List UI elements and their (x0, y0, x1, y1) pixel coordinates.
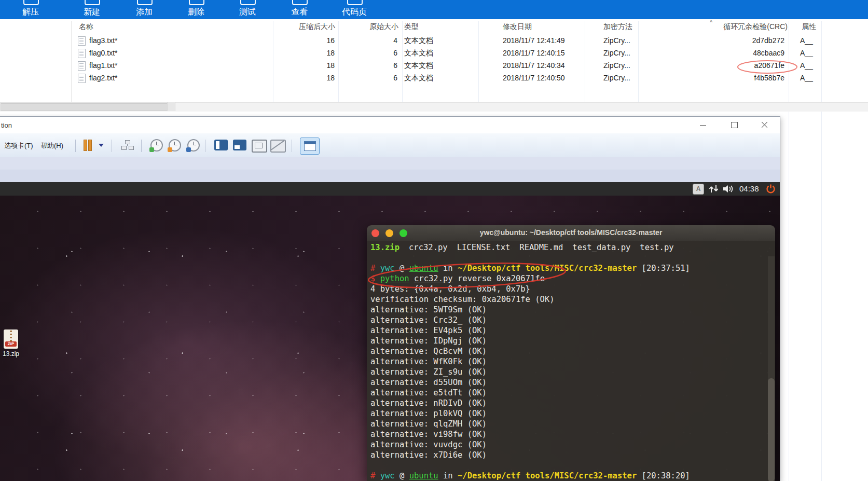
command-line: $ python crc32.py reverse 0xa20671fe (370, 273, 775, 284)
delete-button[interactable]: 删除 (171, 0, 221, 19)
text-file-icon (78, 61, 86, 71)
attributes: A__ (800, 72, 813, 84)
original-size: 4 (353, 34, 397, 47)
zip-badge: ZIP (5, 341, 17, 347)
archiver-hscrollbar-thumb[interactable] (1, 103, 168, 111)
minimize-button[interactable] (691, 117, 715, 133)
header-name[interactable]: 名称 (79, 22, 93, 34)
header-crc[interactable]: 循环冗余检验(CRC) (706, 22, 788, 34)
new-archive-icon (85, 0, 100, 5)
revert-snapshot-icon[interactable] (169, 139, 181, 152)
close-button[interactable] (752, 117, 776, 133)
show-library-icon[interactable] (214, 140, 228, 150)
file-row-flag1[interactable]: flag1.txt* 18 6 文本文档 2018/11/7 12:40:34 … (0, 59, 868, 72)
suspend-dropdown-caret[interactable] (99, 144, 104, 147)
packed-size: 18 (280, 59, 335, 72)
packed-size: 18 (280, 72, 335, 84)
original-size: 6 (353, 47, 397, 59)
file-name: flag0.txt* (89, 47, 117, 59)
packed-size: 16 (280, 34, 335, 47)
network-arrows-icon[interactable] (709, 185, 719, 193)
screenshot-root: 解压 新建 添加 删除 测试 查看 (0, 0, 868, 481)
header-packed-size[interactable]: 压缩后大小 (270, 22, 335, 34)
alt-line: alternative: nRDIvD (OK) (370, 398, 775, 408)
new-archive-button[interactable]: 新建 (67, 0, 117, 19)
alt-line: alternative: pl0kVQ (OK) (370, 408, 775, 419)
file-row-flag0[interactable]: flag0.txt* 18 6 文本文档 2018/11/7 12:40:15 … (0, 47, 868, 59)
snapshot-manager-icon[interactable] (187, 139, 200, 152)
attributes: A__ (800, 47, 813, 59)
unity-mode-icon[interactable] (270, 140, 286, 153)
volume-icon[interactable] (723, 185, 735, 193)
terminal-title: ywc@ubuntu: ~/Desktop/ctf tools/MISC/crc… (367, 228, 775, 237)
devices-icon[interactable] (121, 140, 134, 150)
maximize-button[interactable] (722, 117, 746, 133)
output-bytes: 4 bytes: {0x4a, 0x2d, 0xb4, 0x7b} (370, 284, 775, 294)
vmware-titlebar[interactable]: tion (0, 117, 780, 133)
console-view-icon[interactable] (233, 140, 246, 150)
add-button[interactable]: 添加 (119, 0, 169, 19)
file-row-flag3[interactable]: flag3.txt* 16 4 文本文档 2018/11/7 12:41:49 … (0, 34, 868, 47)
file-type: 文本文档 (404, 47, 433, 59)
clock-label[interactable]: 04:38 (739, 184, 764, 193)
keyboard-layout-indicator[interactable]: A (693, 184, 704, 195)
menu-tabs[interactable]: 选项卡(T) (4, 141, 33, 150)
vmware-menubar: 选项卡(T) 帮助(H) (0, 133, 780, 158)
alt-line: alternative: vuvdgc (OK) (370, 439, 775, 450)
file-row-flag2[interactable]: flag2.txt* 18 6 文本文档 2018/11/7 12:40:50 … (0, 72, 868, 84)
encryption-method: ZipCry... (603, 47, 630, 59)
prompt-line-1: # ywc @ ubuntu in ~/Desktop/ctf tools/MI… (370, 263, 775, 273)
attributes: A__ (800, 59, 813, 72)
file-type: 文本文档 (404, 59, 433, 72)
archiver-toolbar: 解压 新建 添加 删除 测试 查看 (0, 0, 868, 19)
crc-value: f4b58b7e (722, 72, 784, 84)
desktop-icon-zip[interactable]: ZIP 13.zip (0, 329, 22, 358)
text-file-icon (78, 49, 86, 58)
suspend-vm-button[interactable] (84, 140, 92, 150)
file-name: flag1.txt* (89, 59, 117, 72)
terminal-scrollbar-thumb[interactable] (768, 378, 775, 481)
file-type: 文本文档 (404, 34, 433, 47)
encryption-method: ZipCry... (603, 72, 630, 84)
archiver-scrollbar-divider (167, 102, 175, 111)
header-original-size[interactable]: 原始大小 (342, 22, 398, 34)
encryption-method: ZipCry... (603, 59, 630, 72)
menu-help[interactable]: 帮助(H) (40, 141, 63, 150)
modified-date: 2018/11/7 12:40:34 (503, 59, 565, 72)
terminal-window: ywc@ubuntu: ~/Desktop/ctf tools/MISC/crc… (367, 225, 775, 481)
view-icon (292, 0, 308, 5)
terminal-titlebar[interactable]: ywc@ubuntu: ~/Desktop/ctf tools/MISC/crc… (367, 225, 775, 241)
file-name: flag2.txt* (89, 72, 117, 84)
header-attributes[interactable]: 属性 (802, 22, 816, 34)
terminal-text: 13.zipcrc32.pyLICENSE.txtREADME.mdtest_d… (367, 241, 775, 481)
fullscreen-icon[interactable] (252, 140, 267, 153)
column-separator (789, 21, 789, 481)
original-size: 6 (353, 59, 397, 72)
alt-line: alternative: EV4pk5 (OK) (370, 325, 775, 336)
take-snapshot-icon[interactable] (150, 139, 163, 152)
alt-line: alternative: x7Di6e (OK) (370, 450, 775, 460)
alt-line: alternative: QcBcvM (OK) (370, 346, 775, 356)
header-encryption[interactable]: 加密方法 (603, 22, 632, 34)
original-size: 6 (353, 72, 397, 84)
desktop-icon-label: 13.zip (0, 350, 22, 358)
header-modified[interactable]: 修改日期 (503, 22, 532, 34)
vm-guest-screen: A 04:38 ZIP (0, 182, 780, 481)
modified-date: 2018/11/7 12:40:50 (503, 72, 565, 84)
codepage-button[interactable]: 代码页 (329, 0, 379, 19)
alt-line: alternative: e5tdTt (OK) (370, 388, 775, 398)
crc-value: 48cbaac9 (722, 47, 784, 59)
vmware-tab-strip[interactable] (0, 157, 780, 170)
file-name: flag3.txt* (89, 34, 117, 47)
test-button[interactable]: 测试 (223, 0, 272, 19)
crc-value: 2d7db272 (722, 34, 784, 47)
attributes: A__ (800, 34, 813, 47)
header-type[interactable]: 类型 (404, 22, 419, 34)
window-title: tion (1, 121, 12, 129)
terminal-body[interactable]: 13.zipcrc32.pyLICENSE.txtREADME.mdtest_d… (367, 241, 775, 481)
power-icon[interactable] (766, 184, 776, 194)
extract-button[interactable]: 解压 (6, 0, 56, 19)
zip-file-icon: ZIP (4, 329, 18, 349)
view-button[interactable]: 查看 (274, 0, 324, 19)
thumbnail-bar-button-active[interactable] (300, 138, 320, 155)
